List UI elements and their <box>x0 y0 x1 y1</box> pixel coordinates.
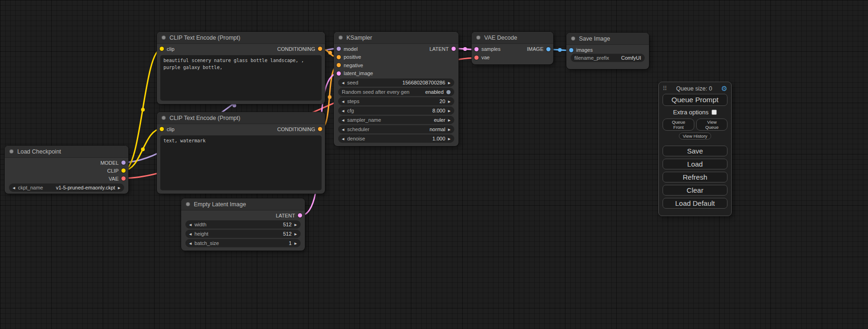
slot-dot-latent[interactable] <box>337 71 341 76</box>
clear-button[interactable]: Clear <box>663 185 727 196</box>
view-queue-button[interactable]: View Queue <box>696 119 727 131</box>
node-title-bar[interactable]: Load Checkpoint <box>5 146 128 158</box>
decrement-arrow-icon[interactable]: ◀ <box>342 81 344 84</box>
widget-sampler-name[interactable]: ◀ sampler_name euler ▶ <box>339 116 454 124</box>
slot-dot-image[interactable] <box>546 47 550 51</box>
refresh-button[interactable]: Refresh <box>663 172 727 182</box>
collapse-dot[interactable] <box>476 35 480 40</box>
output-slot-conditioning[interactable]: CONDITIONING <box>277 126 322 132</box>
output-slot-model[interactable]: MODEL <box>100 160 126 166</box>
increment-arrow-icon[interactable]: ▶ <box>118 186 120 189</box>
input-slot-negative[interactable]: negative <box>337 63 363 68</box>
output-slot-clip[interactable]: CLIP <box>107 168 126 174</box>
increment-arrow-icon[interactable]: ▶ <box>448 119 451 122</box>
node-empty-latent-image[interactable]: Empty Latent Image LATENT ◀ width 512 ▶ … <box>181 198 305 251</box>
slot-dot-conditioning[interactable] <box>318 127 322 131</box>
collapse-dot[interactable] <box>162 35 166 40</box>
node-title-bar[interactable]: CLIP Text Encode (Prompt) <box>157 32 325 44</box>
slot-dot-conditioning[interactable] <box>318 47 322 51</box>
settings-gear-icon[interactable]: ⚙ <box>721 85 727 92</box>
widget-batch-size[interactable]: ◀ batch_size 1 ▶ <box>186 239 300 247</box>
increment-arrow-icon[interactable]: ▶ <box>448 81 451 84</box>
slot-dot-conditioning[interactable] <box>337 63 341 67</box>
input-slot-positive[interactable]: positive <box>337 54 361 60</box>
slot-dot-clip[interactable] <box>121 168 126 173</box>
collapse-dot[interactable] <box>186 202 190 206</box>
input-slot-vae[interactable]: vae <box>474 55 490 60</box>
input-slot-latent-image[interactable]: latent_image <box>337 70 373 76</box>
output-slot-image[interactable]: IMAGE <box>527 46 550 52</box>
save-button[interactable]: Save <box>663 146 727 156</box>
input-slot-clip[interactable]: clip <box>160 126 175 132</box>
slot-dot-latent[interactable] <box>298 213 302 217</box>
slot-dot-clip[interactable] <box>160 127 164 131</box>
widget-width[interactable]: ◀ width 512 ▶ <box>186 221 300 228</box>
output-slot-latent[interactable]: LATENT <box>430 46 456 52</box>
node-save-image[interactable]: Save Image images filename_prefix ComfyU… <box>566 33 649 69</box>
node-title-bar[interactable]: Save Image <box>566 33 649 45</box>
widget-random-seed-toggle[interactable]: Random seed after every gen enabled <box>339 88 454 96</box>
extra-options-checkbox[interactable] <box>712 110 717 115</box>
slot-dot-model[interactable] <box>337 47 341 51</box>
output-slot-vae[interactable]: VAE <box>109 176 126 182</box>
output-slot-latent[interactable]: LATENT <box>276 213 302 218</box>
slot-dot-latent[interactable] <box>452 47 456 51</box>
collapse-dot[interactable] <box>339 35 343 40</box>
slot-dot-vae[interactable] <box>121 176 126 181</box>
slot-dot-image[interactable] <box>569 48 573 52</box>
widget-seed[interactable]: ◀ seed 156680208700286 ▶ <box>339 79 454 86</box>
increment-arrow-icon[interactable]: ▶ <box>295 232 297 236</box>
widget-cfg[interactable]: ◀ cfg 8.000 ▶ <box>339 107 454 114</box>
slot-dot-model[interactable] <box>121 161 126 165</box>
drag-handle-icon[interactable]: ⠿ <box>663 85 667 92</box>
slot-dot-vae[interactable] <box>474 56 479 60</box>
input-slot-clip[interactable]: clip <box>160 46 175 52</box>
node-title-bar[interactable]: Empty Latent Image <box>181 198 305 210</box>
node-title-bar[interactable]: CLIP Text Encode (Prompt) <box>157 112 325 124</box>
widget-ckpt-name[interactable]: ◀ ckpt_name v1-5-pruned-emaonly.ckpt ▶ <box>9 184 124 191</box>
increment-arrow-icon[interactable]: ▶ <box>448 128 451 131</box>
output-slot-conditioning[interactable]: CONDITIONING <box>277 46 322 52</box>
node-ksampler[interactable]: KSampler model LATENT positive <box>334 32 459 146</box>
prompt-text-area[interactable]: beautiful scenery nature glass bottle la… <box>161 56 321 100</box>
toggle-dot-icon[interactable] <box>446 90 451 94</box>
decrement-arrow-icon[interactable]: ◀ <box>189 232 191 236</box>
input-slot-images[interactable]: images <box>569 47 593 53</box>
input-slot-samples[interactable]: samples <box>474 46 501 52</box>
load-button[interactable]: Load <box>663 159 727 169</box>
collapse-dot[interactable] <box>162 116 166 120</box>
node-load-checkpoint[interactable]: Load Checkpoint MODEL CLIP VAE <box>5 146 128 194</box>
decrement-arrow-icon[interactable]: ◀ <box>342 137 344 140</box>
load-default-button[interactable]: Load Default <box>663 198 727 209</box>
decrement-arrow-icon[interactable]: ◀ <box>342 119 344 122</box>
queue-prompt-button[interactable]: Queue Prompt <box>663 94 727 106</box>
collapse-dot[interactable] <box>9 149 14 154</box>
node-title-bar[interactable]: VAE Decode <box>472 32 553 44</box>
decrement-arrow-icon[interactable]: ◀ <box>342 100 344 103</box>
view-history-button[interactable]: View History <box>679 133 711 140</box>
slot-dot-latent[interactable] <box>474 47 479 51</box>
widget-scheduler[interactable]: ◀ scheduler normal ▶ <box>339 126 454 133</box>
increment-arrow-icon[interactable]: ▶ <box>448 100 451 103</box>
queue-front-button[interactable]: Queue Front <box>663 119 694 131</box>
prompt-text-area[interactable]: text, watermark <box>161 136 321 190</box>
slot-dot-clip[interactable] <box>160 47 164 51</box>
widget-steps[interactable]: ◀ steps 20 ▶ <box>339 98 454 105</box>
decrement-arrow-icon[interactable]: ◀ <box>13 186 15 189</box>
collapse-dot[interactable] <box>571 36 575 41</box>
node-clip-text-encode-positive[interactable]: CLIP Text Encode (Prompt) clip CONDITION… <box>157 32 325 104</box>
node-clip-text-encode-negative[interactable]: CLIP Text Encode (Prompt) clip CONDITION… <box>157 112 325 194</box>
increment-arrow-icon[interactable]: ▶ <box>448 109 451 112</box>
node-vae-decode[interactable]: VAE Decode samples IMAGE vae <box>472 32 553 64</box>
widget-denoise[interactable]: ◀ denoise 1.000 ▶ <box>339 135 454 142</box>
decrement-arrow-icon[interactable]: ◀ <box>342 128 344 131</box>
decrement-arrow-icon[interactable]: ◀ <box>189 223 191 226</box>
node-title-bar[interactable]: KSampler <box>334 32 459 44</box>
input-slot-model[interactable]: model <box>337 46 358 52</box>
decrement-arrow-icon[interactable]: ◀ <box>342 109 344 112</box>
widget-filename-prefix[interactable]: filename_prefix ComfyUI <box>571 54 644 62</box>
increment-arrow-icon[interactable]: ▶ <box>448 137 451 140</box>
slot-dot-conditioning[interactable] <box>337 55 341 59</box>
widget-height[interactable]: ◀ height 512 ▶ <box>186 230 300 238</box>
node-graph-canvas[interactable]: Load Checkpoint MODEL CLIP VAE <box>0 0 868 329</box>
